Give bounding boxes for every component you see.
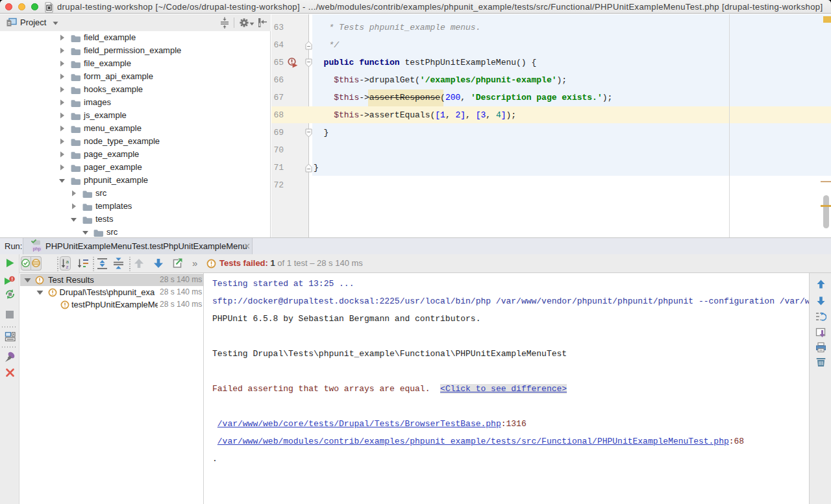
svg-text:z: z: [66, 264, 69, 269]
svg-text:php: php: [33, 246, 41, 252]
